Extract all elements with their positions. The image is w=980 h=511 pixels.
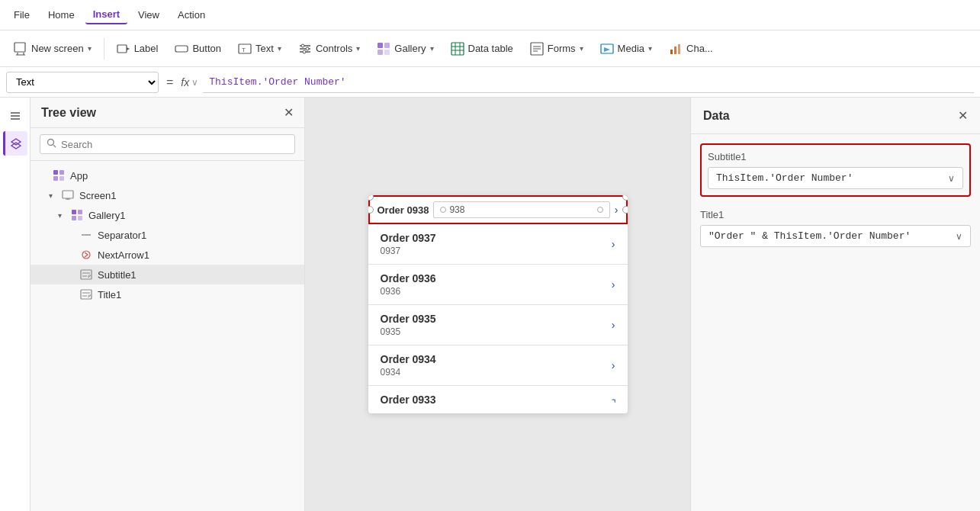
formula-fx-label: fx ∨ <box>181 76 198 88</box>
text-button[interactable]: T Text ▾ <box>230 38 289 59</box>
datatable-icon <box>451 42 464 56</box>
item-title-0933: Order 0933 <box>381 394 436 406</box>
tree-item-subtitle1[interactable]: Subtitle1 <box>31 265 304 284</box>
tree-close-button[interactable]: ✕ <box>284 105 294 120</box>
svg-rect-51 <box>81 290 92 299</box>
title-field-select[interactable]: "Order " & ThisItem.'Order Number' ∨ <box>700 225 971 247</box>
gallery-item-0935[interactable]: Order 0935 0935 › <box>368 305 628 345</box>
chart-button[interactable]: Cha... <box>661 38 721 59</box>
item-subtitle-0935: 0935 <box>381 326 436 337</box>
tree-header: Tree view ✕ <box>31 98 304 128</box>
tree-gallery1-label: Gallery1 <box>88 210 125 221</box>
media-button[interactable]: Media ▾ <box>593 38 660 59</box>
menu-action[interactable]: Action <box>170 6 213 24</box>
item-text-0935: Order 0935 0935 <box>381 313 436 337</box>
svg-point-9 <box>306 47 309 50</box>
tree-title: Tree view <box>41 106 96 120</box>
item-text-0934: Order 0934 0934 <box>381 353 436 378</box>
title-icon <box>79 288 93 301</box>
svg-rect-13 <box>378 50 383 55</box>
button-button[interactable]: Button <box>167 38 229 59</box>
newscreen-icon <box>14 42 27 56</box>
search-input[interactable] <box>61 139 288 150</box>
gallery-selected-item[interactable]: Order 0938 938 › <box>368 195 628 224</box>
title-field-group: Title1 "Order " & ThisItem.'Order Number… <box>700 209 971 247</box>
svg-rect-25 <box>670 50 673 54</box>
data-panel-content: Subtitle1 ThisItem.'Order Number' ∨ Titl… <box>691 134 980 256</box>
tree-panel: Tree view ✕ App ▾ <box>31 98 305 511</box>
selected-item-chevron: › <box>615 204 619 216</box>
gallery-item-0936[interactable]: Order 0936 0936 › <box>368 265 628 305</box>
title-field-value: "Order " & ThisItem.'Order Number' <box>708 230 911 242</box>
gallery-item-0933[interactable]: Order 0933 › <box>368 386 628 413</box>
menu-bar: File Home Insert View Action <box>0 0 980 31</box>
tree-item-app[interactable]: App <box>31 166 304 185</box>
svg-rect-38 <box>59 176 64 181</box>
app-icon <box>52 169 66 182</box>
controls-button[interactable]: Controls ▾ <box>291 38 368 59</box>
resize-handle-left[interactable] <box>368 206 374 214</box>
menu-insert[interactable]: Insert <box>85 5 127 24</box>
subtitle-dropdown-chevron: ∨ <box>948 173 955 184</box>
gallery-item-0937[interactable]: Order 0937 0937 › <box>368 224 628 265</box>
screen-icon <box>61 188 75 202</box>
item-title-0936: Order 0936 <box>381 272 436 284</box>
edit-handle-1[interactable] <box>440 207 446 213</box>
data-close-button[interactable]: ✕ <box>958 108 968 123</box>
item-arrow-0936: › <box>612 278 615 291</box>
formula-select[interactable]: Text <box>6 72 159 93</box>
selected-subtitle-value: 938 <box>449 204 464 215</box>
item-arrow-0933: › <box>608 394 619 406</box>
layers-icon-btn[interactable] <box>3 131 27 156</box>
media-chevron: ▾ <box>648 44 652 53</box>
newscreen-chevron: ▾ <box>88 44 92 53</box>
svg-rect-35 <box>53 170 58 175</box>
tree-item-screen1[interactable]: ▾ Screen1 <box>31 185 304 205</box>
resize-handle-top-left[interactable] <box>368 195 374 201</box>
tree-separator1-label: Separator1 <box>98 230 146 241</box>
formula-equals-sign: = <box>163 76 176 89</box>
forms-icon <box>530 42 544 56</box>
item-title-0935: Order 0935 <box>381 313 436 325</box>
resize-handle-top-right[interactable] <box>622 195 628 201</box>
menu-file[interactable]: File <box>6 6 37 24</box>
newscreen-button[interactable]: New screen ▾ <box>6 38 99 59</box>
gallery-item-0934[interactable]: Order 0934 0934 › <box>368 345 628 386</box>
tree-nextarrow1-label: NextArrow1 <box>98 249 149 261</box>
hamburger-icon-btn[interactable] <box>3 104 27 128</box>
tree-item-separator1[interactable]: Separator1 <box>31 225 304 245</box>
tree-item-title1[interactable]: Title1 <box>31 284 304 304</box>
menu-home[interactable]: Home <box>40 6 82 24</box>
svg-marker-31 <box>11 139 21 145</box>
tree-screen1-label: Screen1 <box>79 190 116 201</box>
subtitle-field-select[interactable]: ThisItem.'Order Number' ∨ <box>708 167 963 189</box>
tree-subtitle1-label: Subtitle1 <box>98 269 137 281</box>
controls-icon <box>298 42 312 56</box>
svg-rect-44 <box>72 216 76 220</box>
separator-icon <box>79 228 93 242</box>
menu-view[interactable]: View <box>130 6 167 24</box>
item-arrow-0935: › <box>612 319 615 331</box>
gallery-tree-icon <box>70 208 84 222</box>
svg-rect-11 <box>378 43 383 48</box>
item-text-0936: Order 0936 0936 <box>381 272 436 297</box>
subtitle-field-group: Subtitle1 ThisItem.'Order Number' ∨ <box>700 143 971 197</box>
gallery-card: Order 0938 938 › Order 0937 0937 › <box>368 195 628 413</box>
svg-rect-26 <box>674 47 676 54</box>
gallery-button[interactable]: Gallery ▾ <box>369 38 441 59</box>
tree-item-gallery1[interactable]: ▾ Gallery1 <box>31 205 304 225</box>
formula-input[interactable] <box>203 72 974 93</box>
label-button[interactable]: Label <box>109 38 166 59</box>
forms-button[interactable]: Forms ▾ <box>522 38 591 59</box>
svg-point-10 <box>303 50 306 53</box>
svg-rect-37 <box>53 176 58 181</box>
edit-handle-2[interactable] <box>597 207 603 213</box>
tree-item-nextarrow1[interactable]: NextArrow1 <box>31 245 304 265</box>
datatable-button[interactable]: Data table <box>443 38 521 59</box>
item-text-0937: Order 0937 0937 <box>381 232 436 256</box>
svg-rect-1 <box>117 45 127 53</box>
media-icon <box>600 42 614 56</box>
svg-rect-48 <box>81 270 92 279</box>
subtitle-edit-bar[interactable]: 938 <box>433 201 609 218</box>
resize-handle-right[interactable] <box>622 206 628 214</box>
